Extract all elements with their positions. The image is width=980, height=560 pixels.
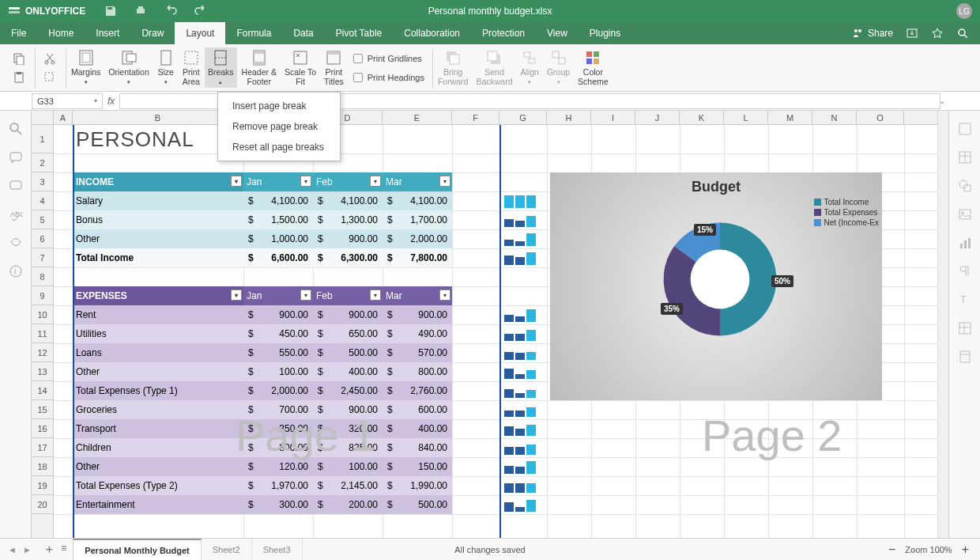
money-cell[interactable]: $7,800.00 (383, 248, 452, 267)
money-cell[interactable]: $300.00 (243, 495, 313, 514)
row-header[interactable]: 16 (32, 419, 53, 438)
vertical-scrollbar[interactable] (937, 111, 948, 538)
sheet-tab[interactable]: Personal Monthly Budget (73, 539, 202, 560)
money-cell[interactable]: $700.00 (243, 400, 313, 419)
col-header[interactable]: L (724, 111, 768, 124)
expense-label[interactable]: Transport (73, 419, 243, 438)
row-header[interactable]: 4 (32, 191, 53, 210)
income-label[interactable]: Salary (73, 191, 243, 210)
zoom-out-icon[interactable]: − (888, 543, 895, 557)
money-cell[interactable]: $825.00 (313, 438, 383, 457)
expense-label[interactable]: Total Expenses (Type 1) (73, 381, 243, 400)
income-total-label[interactable]: Total Income (73, 248, 243, 267)
money-cell[interactable]: $900.00 (243, 305, 313, 324)
row-header[interactable]: 2 (32, 153, 53, 172)
favorite-icon[interactable] (931, 27, 944, 40)
header-footer-button[interactable]: Header & Footer (239, 47, 280, 88)
col-header[interactable]: G (499, 111, 547, 124)
col-header[interactable]: H (547, 111, 591, 124)
sheet-list-icon[interactable]: ≡ (61, 543, 66, 557)
menu-layout[interactable]: Layout (175, 22, 225, 44)
money-cell[interactable]: $1,000.00 (243, 229, 313, 248)
redo-icon[interactable] (194, 5, 207, 17)
select-all-corner[interactable] (32, 111, 54, 125)
money-cell[interactable]: $1,970.00 (243, 476, 313, 495)
money-cell[interactable]: $2,760.00 (383, 381, 452, 400)
money-cell[interactable]: $550.00 (243, 343, 313, 362)
margins-button[interactable]: Margins▾ (68, 47, 104, 88)
money-cell[interactable]: $450.00 (243, 324, 313, 343)
col-header[interactable]: O (857, 111, 904, 124)
money-cell[interactable]: $490.00 (383, 324, 452, 343)
grid[interactable]: PERSONALINCOME▾Jan▾Feb▾Mar▾Salary$4,100.… (54, 125, 937, 538)
money-cell[interactable]: $900.00 (383, 305, 452, 324)
row-header[interactable]: 11 (32, 324, 53, 343)
money-cell[interactable]: $1,990.00 (383, 476, 452, 495)
col-header[interactable]: M (768, 111, 812, 124)
money-cell[interactable]: $500.00 (383, 495, 452, 514)
row-header[interactable]: 20 (32, 495, 53, 514)
money-cell[interactable]: $120.00 (243, 457, 313, 476)
select-icon[interactable] (42, 70, 58, 85)
row-header[interactable]: 14 (32, 381, 53, 400)
fx-icon[interactable]: fx (103, 96, 119, 107)
money-cell[interactable]: $650.00 (313, 324, 383, 343)
money-cell[interactable]: $150.00 (383, 457, 452, 476)
sheet-prev-icon[interactable]: ◄ (8, 545, 17, 554)
zoom-in-icon[interactable]: + (962, 543, 969, 557)
money-cell[interactable]: $900.00 (313, 305, 383, 324)
copy-icon[interactable] (11, 51, 27, 66)
expense-label[interactable]: Groceries (73, 400, 243, 419)
money-cell[interactable]: $320.00 (313, 419, 383, 438)
row-header[interactable]: 3 (32, 172, 53, 191)
menu-insert[interactable]: Insert (85, 22, 130, 44)
menu-pivot-table[interactable]: Pivot Table (325, 22, 393, 44)
sheet-tab[interactable]: Sheet3 (252, 539, 303, 560)
money-cell[interactable]: $400.00 (313, 362, 383, 381)
pivot-settings-icon[interactable] (958, 321, 972, 335)
share-button[interactable]: Share (852, 27, 893, 40)
col-header[interactable]: E (383, 111, 452, 124)
month-header[interactable]: Jan▾ (243, 286, 313, 305)
expense-label[interactable]: Entertainment (73, 495, 243, 514)
add-sheet-icon[interactable]: + (46, 543, 53, 557)
paragraph-settings-icon[interactable] (958, 264, 972, 278)
money-cell[interactable]: $2,000.00 (243, 381, 313, 400)
cut-icon[interactable] (42, 51, 58, 66)
month-header[interactable]: Feb▾ (313, 172, 383, 191)
paste-icon[interactable] (11, 70, 27, 85)
month-header[interactable]: Mar▾ (383, 172, 452, 191)
breaks-button[interactable]: Breaks▴ (205, 47, 237, 88)
money-cell[interactable]: $4,100.00 (383, 191, 452, 210)
sheet-tab[interactable]: Sheet2 (202, 539, 252, 560)
menu-data[interactable]: Data (282, 22, 324, 44)
menu-collaboration[interactable]: Collaboration (393, 22, 471, 44)
row-headers[interactable]: 1234567891011121314151617181920 (32, 125, 54, 538)
money-cell[interactable]: $840.00 (383, 438, 452, 457)
cell-settings-icon[interactable] (958, 122, 972, 136)
money-cell[interactable]: $1,700.00 (383, 210, 452, 229)
col-header[interactable]: F (452, 111, 499, 124)
budget-chart[interactable]: Budget50%35%15%Total IncomeTotal Expense… (550, 172, 882, 400)
expense-label[interactable]: Rent (73, 305, 243, 324)
money-cell[interactable]: $800.00 (243, 438, 313, 457)
search-panel-icon[interactable] (9, 122, 23, 136)
expand-formula-icon[interactable]: ⌄ (939, 96, 945, 105)
row-header[interactable]: 19 (32, 476, 53, 495)
chat-panel-icon[interactable] (9, 179, 23, 193)
textart-settings-icon[interactable]: T (958, 293, 972, 307)
search-icon[interactable] (956, 27, 969, 40)
row-header[interactable]: 5 (32, 210, 53, 229)
orientation-button[interactable]: Orientation▾ (105, 47, 152, 88)
zoom-level[interactable]: Zoom 100% (905, 545, 952, 554)
col-header[interactable]: I (591, 111, 635, 124)
menu-protection[interactable]: Protection (471, 22, 536, 44)
money-cell[interactable]: $6,300.00 (313, 248, 383, 267)
expenses-header[interactable]: EXPENSES▾ (73, 286, 243, 305)
month-header[interactable]: Feb▾ (313, 286, 383, 305)
feedback-panel-icon[interactable] (9, 236, 23, 250)
money-cell[interactable]: $100.00 (313, 457, 383, 476)
money-cell[interactable]: $350.00 (243, 419, 313, 438)
breaks-menu-item[interactable]: Reset all page breaks (218, 137, 340, 157)
expense-label[interactable]: Other (73, 457, 243, 476)
